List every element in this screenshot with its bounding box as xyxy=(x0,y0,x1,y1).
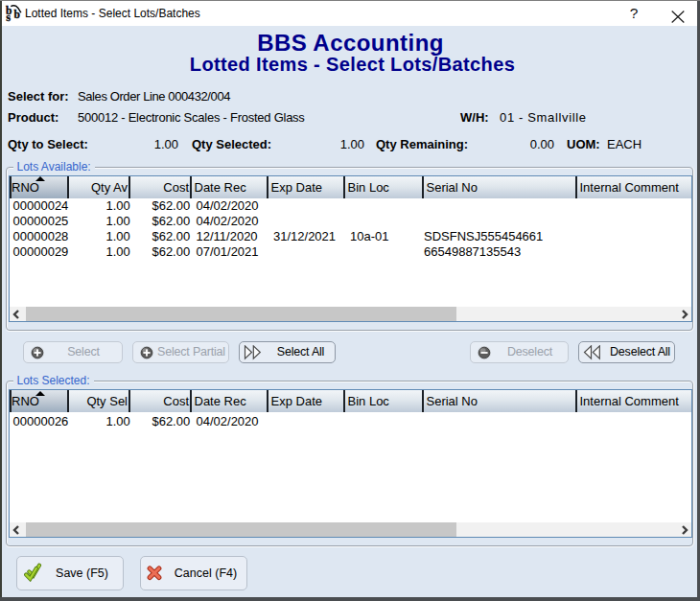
svg-text:s: s xyxy=(6,11,11,24)
